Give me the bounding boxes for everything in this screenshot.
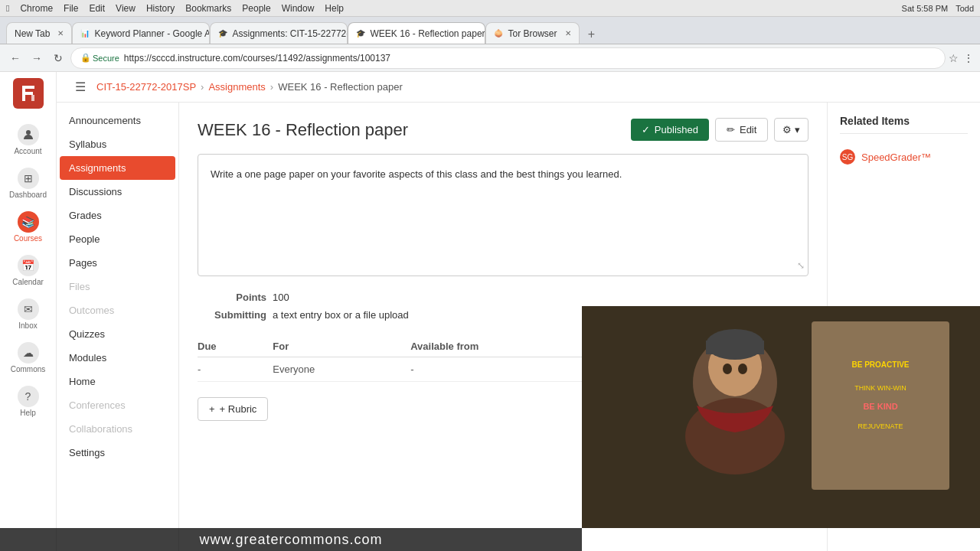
breadcrumb-course-link[interactable]: CIT-15-22772-2017SP xyxy=(96,81,196,93)
apple-icon:  xyxy=(6,3,9,14)
nav-outcomes: Outcomes xyxy=(57,298,178,322)
mac-menu-items:  Chrome File Edit View History Bookmark… xyxy=(6,3,344,14)
tab-keyword[interactable]: 📊 Keyword Planner - Google Ac... ✕ xyxy=(72,22,210,44)
nav-settings[interactable]: Settings xyxy=(57,441,178,465)
breadcrumb-section-link[interactable]: Assignments xyxy=(208,81,265,93)
breadcrumb-bar: ☰ CIT-15-22772-2017SP › Assignments › WE… xyxy=(57,72,980,103)
tab-favicon-keyword: 📊 xyxy=(80,29,90,37)
sidebar-item-calendar[interactable]: 📅 Calendar xyxy=(0,249,56,292)
tab-label-assignments: Assignments: CIT-15-22772-... xyxy=(232,28,348,39)
close-tab-tor-icon[interactable]: ✕ xyxy=(565,29,571,37)
assignment-description: Write a one page paper on your favorite … xyxy=(211,168,622,180)
menu-edit[interactable]: Edit xyxy=(89,3,105,14)
menu-bookmarks[interactable]: Bookmarks xyxy=(185,3,231,14)
menu-view[interactable]: View xyxy=(116,3,136,14)
tab-label-tor: Tor Browser xyxy=(508,28,557,39)
svg-point-13 xyxy=(723,364,732,374)
menu-history[interactable]: History xyxy=(146,3,175,14)
hamburger-button[interactable]: ☰ xyxy=(75,80,86,94)
svg-text:THINK WIN-WIN: THINK WIN-WIN xyxy=(854,384,906,392)
sidebar-item-dashboard[interactable]: ⊞ Dashboard xyxy=(0,161,56,205)
secure-badge: 🔒 Secure xyxy=(80,53,119,63)
bottom-banner: www.greatercommons.com xyxy=(0,528,582,551)
sidebar-item-help[interactable]: ? Help xyxy=(0,380,56,423)
rubric-label: + Rubric xyxy=(220,403,257,415)
tab-label-keyword: Keyword Planner - Google Ac... xyxy=(94,28,210,39)
svg-point-14 xyxy=(738,364,747,374)
nav-quizzes[interactable]: Quizzes xyxy=(57,322,178,346)
menu-window[interactable]: Window xyxy=(282,3,315,14)
assignment-header: WEEK 16 - Reflection paper ✓ Published ✏… xyxy=(198,118,808,142)
rubric-button[interactable]: + + Rubric xyxy=(198,397,268,421)
header-actions: ✓ Published ✏ Edit ⚙ ▾ xyxy=(631,118,808,142)
tab-favicon-week16: 🎓 xyxy=(356,29,365,37)
nav-grades[interactable]: Grades xyxy=(57,204,178,227)
canvas-logo xyxy=(13,78,44,109)
nav-syllabus[interactable]: Syllabus xyxy=(57,132,178,156)
new-tab-button[interactable]: + xyxy=(583,25,601,44)
published-button[interactable]: ✓ Published xyxy=(631,119,709,141)
tab-week16[interactable]: 🎓 WEEK 16 - Reflection paper ✕ xyxy=(348,22,485,44)
tab-label-week16: WEEK 16 - Reflection paper xyxy=(370,28,485,39)
for-cell: Everyone xyxy=(273,357,410,382)
svg-text:BE KIND: BE KIND xyxy=(863,402,897,411)
col-due: Due xyxy=(198,336,273,357)
assignment-title: WEEK 16 - Reflection paper xyxy=(198,120,408,140)
svg-rect-11 xyxy=(706,341,764,354)
tab-assignments[interactable]: 🎓 Assignments: CIT-15-22772-... ✕ xyxy=(210,22,348,44)
close-tab-icon[interactable]: ✕ xyxy=(57,29,64,37)
speedgrader-label: SpeedGrader™ xyxy=(861,152,931,163)
webcam-feed: BE PROACTIVE THINK WIN-WIN BE KIND REJUV… xyxy=(582,306,980,528)
points-label: Points xyxy=(198,292,266,303)
mac-menubar:  Chrome File Edit View History Bookmark… xyxy=(0,0,980,17)
menu-chrome[interactable]: Chrome xyxy=(20,3,53,14)
sidebar-item-courses[interactable]: 📚 Courses xyxy=(0,205,56,249)
menu-help[interactable]: Help xyxy=(325,3,344,14)
sidebar-item-inbox[interactable]: ✉ Inbox xyxy=(0,292,56,336)
inbox-icon: ✉ xyxy=(18,298,39,320)
lock-icon: 🔒 xyxy=(80,53,91,63)
edit-button[interactable]: ✏ Edit xyxy=(715,118,768,142)
sidebar-item-commons[interactable]: ☁ Commons xyxy=(0,336,56,380)
tab-tor[interactable]: 🧅 Tor Browser ✕ xyxy=(485,22,579,44)
breadcrumb-sep-1: › xyxy=(201,81,204,93)
svg-text:REJUVENATE: REJUVENATE xyxy=(858,422,903,430)
chrome-address-bar-row: ← → ↻ 🔒 Secure https://scccd.instructure… xyxy=(0,44,980,72)
breadcrumb-sep-2: › xyxy=(270,81,273,93)
nav-files: Files xyxy=(57,275,178,298)
speedgrader-link[interactable]: SG SpeedGrader™ xyxy=(840,143,968,171)
tab-label: New Tab xyxy=(15,28,50,39)
url-text: https://scccd.instructure.com/courses/11… xyxy=(124,53,390,64)
nav-home[interactable]: Home xyxy=(57,370,178,393)
sidebar-item-account[interactable]: Account xyxy=(0,118,56,161)
courses-icon: 📚 xyxy=(18,211,39,233)
nav-assignments[interactable]: Assignments xyxy=(60,156,175,180)
mac-time: Sat 5:58 PM xyxy=(902,4,949,13)
nav-conferences: Conferences xyxy=(57,393,178,417)
nav-people[interactable]: People xyxy=(57,227,178,251)
back-button[interactable]: ← xyxy=(6,49,24,67)
tab-favicon-tor: 🧅 xyxy=(494,29,503,37)
nav-pages[interactable]: Pages xyxy=(57,251,178,275)
chrome-menu-icon[interactable]: ⋮ xyxy=(963,52,974,64)
nav-discussions[interactable]: Discussions xyxy=(57,180,178,204)
submitting-label: Submitting xyxy=(198,309,266,321)
commons-icon: ☁ xyxy=(18,342,39,364)
nav-announcements[interactable]: Announcements xyxy=(57,109,178,132)
forward-button[interactable]: → xyxy=(28,49,46,67)
star-icon[interactable]: ☆ xyxy=(949,52,959,64)
refresh-button[interactable]: ↻ xyxy=(49,49,67,67)
help-icon: ? xyxy=(18,386,39,407)
related-items-title: Related Items xyxy=(840,115,968,134)
breadcrumb-page: WEEK 16 - Reflection paper xyxy=(278,81,403,93)
speedgrader-icon: SG xyxy=(840,149,855,165)
nav-modules[interactable]: Modules xyxy=(57,346,178,370)
tab-new-tab[interactable]: New Tab ✕ xyxy=(6,22,72,44)
canvas-sidebar: Account ⊞ Dashboard 📚 Courses 📅 Calendar… xyxy=(0,72,57,551)
menu-people[interactable]: People xyxy=(242,3,270,14)
menu-file[interactable]: File xyxy=(64,3,78,14)
nav-icons-right: ☆ ⋮ xyxy=(949,52,974,64)
gear-button[interactable]: ⚙ ▾ xyxy=(774,118,808,142)
mac-status-bar: Sat 5:58 PM Todd xyxy=(902,4,974,13)
address-bar[interactable]: 🔒 Secure https://scccd.instructure.com/c… xyxy=(70,47,946,69)
